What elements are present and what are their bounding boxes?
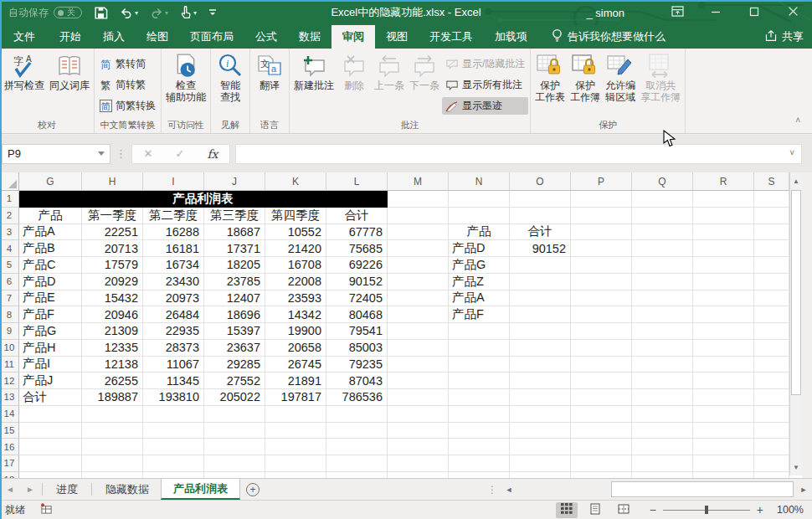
row-header-4[interactable]: 4 bbox=[0, 240, 19, 257]
cell-O9[interactable] bbox=[510, 323, 571, 340]
cell-O15[interactable] bbox=[510, 423, 571, 439]
cell-K10[interactable]: 20658 bbox=[265, 340, 326, 357]
cell-P13[interactable] bbox=[571, 389, 632, 406]
undo-button[interactable]: ▾ bbox=[120, 7, 138, 19]
row-header-10[interactable]: 10 bbox=[0, 340, 19, 357]
cell-L17[interactable] bbox=[326, 455, 388, 472]
column-header-J[interactable]: J bbox=[204, 172, 265, 191]
cell-R5[interactable] bbox=[693, 257, 754, 274]
cell-R3[interactable] bbox=[693, 224, 754, 241]
cell-P1[interactable] bbox=[571, 191, 632, 208]
cell-R13[interactable] bbox=[693, 389, 754, 406]
cell-P18[interactable] bbox=[571, 472, 632, 478]
scroll-right-icon[interactable]: ► bbox=[795, 479, 812, 501]
ribbon-tab-文件[interactable]: 文件 bbox=[0, 25, 49, 49]
column-header-Q[interactable]: Q bbox=[632, 172, 693, 191]
cell-N6[interactable]: 产品Z bbox=[449, 274, 510, 290]
cell-S12[interactable] bbox=[754, 373, 789, 389]
cell-S5[interactable] bbox=[754, 257, 789, 274]
cell-R2[interactable] bbox=[693, 208, 754, 224]
cell-Q17[interactable] bbox=[632, 455, 693, 472]
maximize-button[interactable] bbox=[735, 0, 773, 25]
cell-I14[interactable] bbox=[143, 406, 204, 423]
column-header-H[interactable]: H bbox=[82, 172, 143, 191]
cell-I15[interactable] bbox=[143, 423, 204, 439]
cell-Q7[interactable] bbox=[632, 290, 693, 307]
ribbon-tab-开始[interactable]: 开始 bbox=[49, 25, 92, 49]
cell-G8[interactable]: 产品F bbox=[19, 306, 82, 323]
cell-G13[interactable]: 合计 bbox=[19, 389, 82, 406]
cell-O6[interactable] bbox=[510, 274, 571, 290]
cell-N3[interactable]: 产品 bbox=[449, 224, 510, 241]
row-header-5[interactable]: 5 bbox=[0, 257, 19, 274]
cell-J12[interactable]: 27552 bbox=[204, 373, 265, 389]
name-box-dropdown-icon[interactable] bbox=[98, 152, 105, 156]
cell-Q5[interactable] bbox=[632, 257, 693, 274]
sheet-tab-进度[interactable]: 进度 bbox=[44, 479, 90, 500]
scroll-down-icon[interactable]: ▼ bbox=[790, 459, 802, 475]
column-header-L[interactable]: L bbox=[326, 172, 388, 191]
cell-R18[interactable] bbox=[693, 472, 754, 478]
cell-J11[interactable]: 29285 bbox=[204, 357, 265, 373]
select-all-button[interactable] bbox=[0, 172, 19, 191]
cell-H14[interactable] bbox=[82, 406, 143, 423]
cell-R12[interactable] bbox=[693, 373, 754, 389]
cell-L14[interactable] bbox=[326, 406, 388, 423]
cell-K7[interactable]: 23593 bbox=[265, 290, 326, 307]
cell-P17[interactable] bbox=[571, 455, 632, 472]
cell-I13[interactable]: 193810 bbox=[143, 389, 204, 406]
cell-N14[interactable] bbox=[449, 406, 510, 423]
cell-Q16[interactable] bbox=[632, 439, 693, 455]
cell-G6[interactable]: 产品D bbox=[19, 274, 82, 290]
cell-O17[interactable] bbox=[510, 455, 571, 472]
ribbon-tab-加载项[interactable]: 加载项 bbox=[484, 25, 538, 49]
cell-I7[interactable]: 20973 bbox=[143, 290, 204, 307]
column-header-M[interactable]: M bbox=[388, 172, 449, 191]
cell-S14[interactable] bbox=[754, 406, 789, 423]
table-title-banner[interactable]: 产品利润表 bbox=[19, 191, 388, 208]
cell-O7[interactable] bbox=[510, 290, 571, 307]
touch-mode-dropdown-arrow[interactable]: ▾ bbox=[193, 9, 197, 17]
cell-Q13[interactable] bbox=[632, 389, 693, 406]
cell-M9[interactable] bbox=[388, 323, 449, 340]
protect-workbook-button[interactable]: 保护工作簿 bbox=[568, 50, 603, 103]
cell-H6[interactable]: 20929 bbox=[82, 274, 143, 290]
cell-H10[interactable]: 12335 bbox=[82, 340, 143, 357]
check-accessibility-button[interactable]: 检查辅助功能 bbox=[163, 50, 208, 103]
cell-P15[interactable] bbox=[571, 423, 632, 439]
cell-P7[interactable] bbox=[571, 290, 632, 307]
sheet-tab-隐藏数据[interactable]: 隐藏数据 bbox=[94, 479, 161, 500]
cell-K3[interactable]: 10552 bbox=[265, 224, 326, 241]
cell-L18[interactable] bbox=[326, 472, 388, 478]
spell-check-button[interactable]: 字A拼写检查 bbox=[2, 50, 47, 91]
cell-H13[interactable]: 189887 bbox=[82, 389, 143, 406]
cell-Q15[interactable] bbox=[632, 423, 693, 439]
ribbon-tab-视图[interactable]: 视图 bbox=[375, 25, 419, 49]
cell-N18[interactable] bbox=[449, 472, 510, 478]
cell-J5[interactable]: 18205 bbox=[204, 257, 265, 274]
cell-J16[interactable] bbox=[204, 439, 265, 455]
ribbon-tab-页面布局[interactable]: 页面布局 bbox=[179, 25, 244, 49]
cell-J4[interactable]: 17371 bbox=[204, 240, 265, 257]
cell-N10[interactable] bbox=[449, 340, 510, 357]
row-header-8[interactable]: 8 bbox=[0, 306, 19, 323]
save-button[interactable] bbox=[94, 6, 108, 20]
minimize-button[interactable] bbox=[696, 0, 735, 25]
cell-Q1[interactable] bbox=[632, 191, 693, 208]
cell-J10[interactable]: 23637 bbox=[204, 340, 265, 357]
smart-lookup-button[interactable]: i智能查找 bbox=[213, 50, 248, 103]
share-button[interactable]: 共享 bbox=[764, 25, 804, 49]
cell-Q12[interactable] bbox=[632, 373, 693, 389]
cell-H18[interactable] bbox=[82, 472, 143, 478]
cell-S8[interactable] bbox=[754, 306, 789, 323]
cell-N2[interactable] bbox=[449, 208, 510, 224]
cell-Q8[interactable] bbox=[632, 306, 693, 323]
cell-K9[interactable]: 19900 bbox=[265, 323, 326, 340]
cell-L3[interactable]: 67778 bbox=[326, 224, 388, 241]
row-header-12[interactable]: 12 bbox=[0, 373, 19, 389]
customize-qat-button[interactable] bbox=[208, 8, 217, 18]
cell-G10[interactable]: 产品H bbox=[19, 340, 82, 357]
cell-M6[interactable] bbox=[388, 274, 449, 290]
cell-M14[interactable] bbox=[388, 406, 449, 423]
cell-O13[interactable] bbox=[510, 389, 571, 406]
